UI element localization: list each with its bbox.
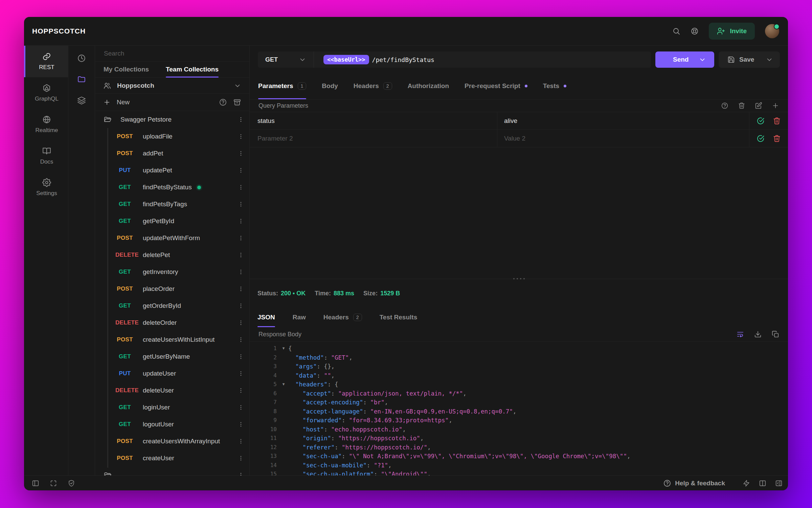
request-item[interactable]: PUTupdateUser [95,365,249,382]
kebab-menu-icon[interactable] [238,150,244,156]
collections-search-input[interactable]: Search [95,46,249,62]
delete-all-icon[interactable] [738,102,745,109]
kebab-menu-icon[interactable] [238,303,244,309]
param-key-input[interactable]: status [250,112,497,129]
request-item[interactable]: GETfindPetsByTags [95,196,249,213]
chevron-down-icon[interactable] [699,56,706,63]
collection-folder[interactable] [95,467,249,475]
request-item[interactable]: POSTupdatePetWithForm [95,230,249,247]
chevron-down-icon[interactable] [766,56,773,63]
kebab-menu-icon[interactable] [238,184,244,190]
request-item[interactable]: GETfindPetsByStatus [95,179,249,196]
collection-folder[interactable]: Swagger Petstore [95,111,249,128]
kebab-menu-icon[interactable] [238,117,244,123]
request-item[interactable]: GETgetOrderById [95,297,249,314]
request-item[interactable]: POSTcreateUsersWithListInput [95,331,249,348]
team-selector[interactable]: Hoppscotch [95,78,249,94]
archive-icon[interactable] [233,98,241,106]
request-item[interactable]: GETgetUserByName [95,348,249,365]
baseurl-chip[interactable]: <<baseUrl>> [323,55,369,64]
kebab-menu-icon[interactable] [238,354,244,360]
tab-test-results[interactable]: Test Results [380,308,418,327]
kebab-menu-icon[interactable] [238,404,244,410]
column-layout-icon[interactable] [759,480,766,487]
tab-json[interactable]: JSON [257,308,275,327]
tab-raw[interactable]: Raw [293,308,306,327]
url-input[interactable]: <<baseUrl>> /pet/findByStatus [314,51,651,68]
layers-icon[interactable] [77,96,86,105]
fold-arrow-icon[interactable]: ▼ [279,344,288,353]
folder-icon[interactable] [77,75,86,84]
kebab-menu-icon[interactable] [238,387,244,394]
save-button[interactable]: Save [719,51,780,68]
request-item[interactable]: DELETEdeleteUser [95,382,249,399]
kebab-menu-icon[interactable] [238,201,244,207]
shortcuts-icon[interactable] [743,480,750,487]
param-enabled-icon[interactable] [757,134,765,143]
send-button[interactable]: Send [655,51,714,68]
toggle-sidebar-icon[interactable] [32,480,39,487]
collapse-right-panel-icon[interactable] [775,480,783,487]
tab-tests[interactable]: Tests [543,72,566,99]
request-item[interactable]: POSTaddPet [95,145,249,162]
kebab-menu-icon[interactable] [238,337,244,343]
kebab-menu-icon[interactable] [238,167,244,173]
kebab-menu-icon[interactable] [238,269,244,275]
tab-pre-request-script[interactable]: Pre-request Script [465,72,527,99]
param-value-input[interactable]: alive [497,112,749,129]
tab-team-collections[interactable]: Team Collections [157,62,227,77]
request-item[interactable]: GETgetPetById [95,213,249,230]
request-item[interactable]: POSTcreateUsersWithArrayInput [95,433,249,450]
kebab-menu-icon[interactable] [238,286,244,292]
request-item[interactable]: POSTcreateUser [95,450,249,467]
request-item[interactable]: GETloginUser [95,399,249,416]
copy-icon[interactable] [772,331,779,338]
fold-arrow-icon[interactable]: ▼ [279,380,288,389]
search-icon[interactable] [672,27,680,35]
request-item[interactable]: POSTuploadFile [95,128,249,145]
kebab-menu-icon[interactable] [238,371,244,377]
avatar[interactable] [765,24,779,38]
request-item[interactable]: GETlogoutUser [95,416,249,433]
kebab-menu-icon[interactable] [238,252,244,258]
download-icon[interactable] [754,331,762,338]
kebab-menu-icon[interactable] [238,133,244,140]
tab-parameters[interactable]: Parameters1 [258,72,306,99]
param-delete-icon[interactable] [773,134,781,143]
kebab-menu-icon[interactable] [238,235,244,241]
kebab-menu-icon[interactable] [238,320,244,326]
support-icon[interactable] [691,27,699,35]
request-item[interactable]: POSTplaceOrder [95,280,249,297]
sidebar-item-docs[interactable]: Docs [24,140,68,172]
pane-splitter[interactable] [250,279,788,279]
wrap-lines-icon[interactable] [737,331,744,338]
chevron-down-icon[interactable] [234,82,241,89]
expand-icon[interactable] [50,480,57,487]
param-delete-icon[interactable] [773,117,781,125]
request-item[interactable]: GETgetInventory [95,263,249,280]
help-feedback-button[interactable]: Help & feedback [663,479,725,487]
tab-authorization[interactable]: Authorization [408,72,449,99]
request-item[interactable]: DELETEdeleteOrder [95,314,249,331]
param-enabled-icon[interactable] [757,117,765,125]
bulk-edit-icon[interactable] [755,102,762,109]
tab-body[interactable]: Body [322,72,338,99]
new-collection-button[interactable]: New [117,99,130,106]
help-icon[interactable] [219,98,227,106]
param-value-input[interactable]: Value 2 [497,130,749,147]
method-select[interactable]: GET [258,51,314,68]
add-param-icon[interactable] [772,102,779,109]
kebab-menu-icon[interactable] [238,421,244,427]
tab-headers[interactable]: Headers2 [323,308,362,327]
request-item[interactable]: PUTupdatePet [95,162,249,179]
kebab-menu-icon[interactable] [238,455,244,461]
interceptor-icon[interactable] [68,480,75,487]
kebab-menu-icon[interactable] [238,472,244,475]
request-item[interactable]: DELETEdeletePet [95,247,249,263]
param-key-input[interactable]: Parameter 2 [250,130,497,147]
sidebar-item-rest[interactable]: REST [24,46,68,77]
sidebar-item-settings[interactable]: Settings [24,172,68,203]
tab-headers[interactable]: Headers2 [354,72,392,99]
invite-button[interactable]: Invite [709,23,755,40]
sidebar-item-graphql[interactable]: GraphQL [24,77,68,109]
